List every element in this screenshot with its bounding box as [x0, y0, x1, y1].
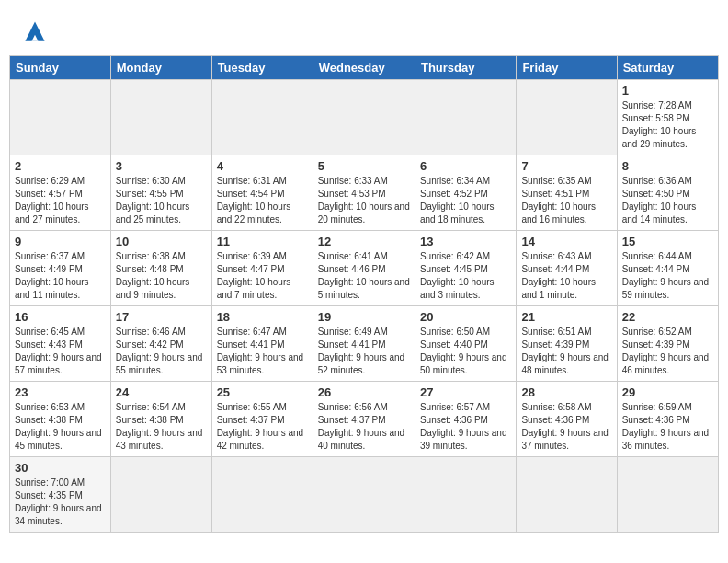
calendar-cell: 1Sunrise: 7:28 AM Sunset: 5:58 PM Daylig…: [617, 80, 718, 155]
calendar-week-4: 16Sunrise: 6:45 AM Sunset: 4:43 PM Dayli…: [10, 306, 719, 382]
day-info: Sunrise: 6:37 AM Sunset: 4:49 PM Dayligh…: [15, 250, 106, 302]
day-info: Sunrise: 6:57 AM Sunset: 4:36 PM Dayligh…: [420, 401, 511, 453]
calendar-cell: 25Sunrise: 6:55 AM Sunset: 4:37 PM Dayli…: [211, 382, 313, 457]
header: [9, 9, 719, 51]
calendar-header-row: SundayMondayTuesdayWednesdayThursdayFrid…: [10, 56, 719, 80]
calendar-week-6: 30Sunrise: 7:00 AM Sunset: 4:35 PM Dayli…: [10, 457, 719, 533]
calendar-cell: 29Sunrise: 6:59 AM Sunset: 4:36 PM Dayli…: [617, 382, 718, 457]
day-number: 11: [217, 235, 308, 248]
day-number: 20: [420, 310, 511, 324]
day-info: Sunrise: 6:44 AM Sunset: 4:44 PM Dayligh…: [622, 250, 713, 302]
calendar-cell: 24Sunrise: 6:54 AM Sunset: 4:38 PM Dayli…: [110, 382, 211, 457]
calendar-cell: 30Sunrise: 7:00 AM Sunset: 4:35 PM Dayli…: [10, 457, 111, 533]
day-number: 18: [217, 310, 308, 324]
day-number: 27: [420, 385, 511, 399]
day-number: 30: [15, 461, 106, 475]
day-info: Sunrise: 6:47 AM Sunset: 4:41 PM Dayligh…: [217, 326, 308, 377]
day-info: Sunrise: 6:58 AM Sunset: 4:36 PM Dayligh…: [521, 401, 611, 453]
day-number: 29: [622, 385, 713, 399]
day-number: 10: [116, 235, 207, 248]
day-info: Sunrise: 7:28 AM Sunset: 5:58 PM Dayligh…: [622, 99, 713, 151]
calendar-header-tuesday: Tuesday: [211, 56, 313, 80]
day-number: 19: [318, 310, 410, 324]
day-number: 28: [521, 385, 611, 399]
day-number: 13: [420, 235, 511, 248]
logo-icon: [18, 18, 51, 46]
calendar-cell: 23Sunrise: 6:53 AM Sunset: 4:38 PM Dayli…: [10, 382, 111, 457]
day-number: 7: [521, 159, 611, 173]
day-number: 14: [521, 235, 611, 248]
calendar-header-thursday: Thursday: [415, 56, 516, 80]
calendar-cell: 26Sunrise: 6:56 AM Sunset: 4:37 PM Dayli…: [313, 382, 415, 457]
day-number: 21: [521, 310, 611, 324]
logo: [18, 18, 55, 46]
day-number: 4: [217, 159, 308, 173]
calendar-cell: 5Sunrise: 6:33 AM Sunset: 4:53 PM Daylig…: [313, 155, 415, 231]
calendar-cell: 20Sunrise: 6:50 AM Sunset: 4:40 PM Dayli…: [415, 306, 516, 382]
day-number: 23: [15, 385, 106, 399]
calendar-cell: 16Sunrise: 6:45 AM Sunset: 4:43 PM Dayli…: [10, 306, 111, 382]
calendar-week-1: 1Sunrise: 7:28 AM Sunset: 5:58 PM Daylig…: [10, 80, 719, 155]
calendar-cell: 19Sunrise: 6:49 AM Sunset: 4:41 PM Dayli…: [313, 306, 415, 382]
day-number: 24: [116, 385, 207, 399]
calendar-cell: [211, 80, 313, 155]
day-info: Sunrise: 6:33 AM Sunset: 4:53 PM Dayligh…: [318, 175, 410, 226]
calendar-cell: 22Sunrise: 6:52 AM Sunset: 4:39 PM Dayli…: [617, 306, 718, 382]
calendar-cell: 14Sunrise: 6:43 AM Sunset: 4:44 PM Dayli…: [517, 231, 617, 306]
day-number: 9: [15, 235, 106, 248]
calendar-cell: 8Sunrise: 6:36 AM Sunset: 4:50 PM Daylig…: [617, 155, 718, 231]
day-info: Sunrise: 6:34 AM Sunset: 4:52 PM Dayligh…: [420, 175, 511, 226]
calendar-header-saturday: Saturday: [617, 56, 718, 80]
calendar-cell: [110, 457, 211, 533]
calendar-cell: 12Sunrise: 6:41 AM Sunset: 4:46 PM Dayli…: [313, 231, 415, 306]
calendar-cell: 2Sunrise: 6:29 AM Sunset: 4:57 PM Daylig…: [10, 155, 111, 231]
day-info: Sunrise: 6:53 AM Sunset: 4:38 PM Dayligh…: [15, 401, 106, 453]
calendar-cell: [415, 80, 516, 155]
day-info: Sunrise: 6:55 AM Sunset: 4:37 PM Dayligh…: [217, 401, 308, 453]
day-info: Sunrise: 6:36 AM Sunset: 4:50 PM Dayligh…: [622, 175, 713, 226]
calendar-cell: [617, 457, 718, 533]
day-info: Sunrise: 6:29 AM Sunset: 4:57 PM Dayligh…: [15, 175, 106, 226]
calendar-week-5: 23Sunrise: 6:53 AM Sunset: 4:38 PM Dayli…: [10, 382, 719, 457]
calendar-cell: 18Sunrise: 6:47 AM Sunset: 4:41 PM Dayli…: [211, 306, 313, 382]
day-number: 2: [15, 159, 106, 173]
calendar-cell: 7Sunrise: 6:35 AM Sunset: 4:51 PM Daylig…: [517, 155, 617, 231]
day-info: Sunrise: 6:42 AM Sunset: 4:45 PM Dayligh…: [420, 250, 511, 302]
day-info: Sunrise: 6:39 AM Sunset: 4:47 PM Dayligh…: [217, 250, 308, 302]
day-number: 6: [420, 159, 511, 173]
day-info: Sunrise: 7:00 AM Sunset: 4:35 PM Dayligh…: [15, 477, 106, 528]
calendar-week-2: 2Sunrise: 6:29 AM Sunset: 4:57 PM Daylig…: [10, 155, 719, 231]
day-number: 15: [622, 235, 713, 248]
calendar-cell: [211, 457, 313, 533]
day-number: 3: [116, 159, 207, 173]
calendar-cell: 10Sunrise: 6:38 AM Sunset: 4:48 PM Dayli…: [110, 231, 211, 306]
day-info: Sunrise: 6:41 AM Sunset: 4:46 PM Dayligh…: [318, 250, 410, 302]
day-number: 1: [622, 84, 713, 98]
day-info: Sunrise: 6:31 AM Sunset: 4:54 PM Dayligh…: [217, 175, 308, 226]
day-number: 22: [622, 310, 713, 324]
calendar-cell: 11Sunrise: 6:39 AM Sunset: 4:47 PM Dayli…: [211, 231, 313, 306]
calendar-header-wednesday: Wednesday: [313, 56, 415, 80]
day-number: 8: [622, 159, 713, 173]
calendar-cell: [415, 457, 516, 533]
day-info: Sunrise: 6:51 AM Sunset: 4:39 PM Dayligh…: [521, 326, 611, 377]
day-info: Sunrise: 6:38 AM Sunset: 4:48 PM Dayligh…: [116, 250, 207, 302]
calendar: SundayMondayTuesdayWednesdayThursdayFrid…: [9, 55, 719, 533]
calendar-cell: [110, 80, 211, 155]
calendar-cell: [517, 457, 617, 533]
day-info: Sunrise: 6:45 AM Sunset: 4:43 PM Dayligh…: [15, 326, 106, 377]
day-info: Sunrise: 6:56 AM Sunset: 4:37 PM Dayligh…: [318, 401, 410, 453]
calendar-cell: [313, 457, 415, 533]
day-info: Sunrise: 6:59 AM Sunset: 4:36 PM Dayligh…: [622, 401, 713, 453]
calendar-cell: 21Sunrise: 6:51 AM Sunset: 4:39 PM Dayli…: [517, 306, 617, 382]
day-number: 17: [116, 310, 207, 324]
day-info: Sunrise: 6:46 AM Sunset: 4:42 PM Dayligh…: [116, 326, 207, 377]
calendar-cell: 3Sunrise: 6:30 AM Sunset: 4:55 PM Daylig…: [110, 155, 211, 231]
day-info: Sunrise: 6:52 AM Sunset: 4:39 PM Dayligh…: [622, 326, 713, 377]
day-number: 26: [318, 385, 410, 399]
calendar-cell: [517, 80, 617, 155]
day-info: Sunrise: 6:50 AM Sunset: 4:40 PM Dayligh…: [420, 326, 511, 377]
calendar-cell: 13Sunrise: 6:42 AM Sunset: 4:45 PM Dayli…: [415, 231, 516, 306]
calendar-cell: 4Sunrise: 6:31 AM Sunset: 4:54 PM Daylig…: [211, 155, 313, 231]
calendar-cell: [313, 80, 415, 155]
